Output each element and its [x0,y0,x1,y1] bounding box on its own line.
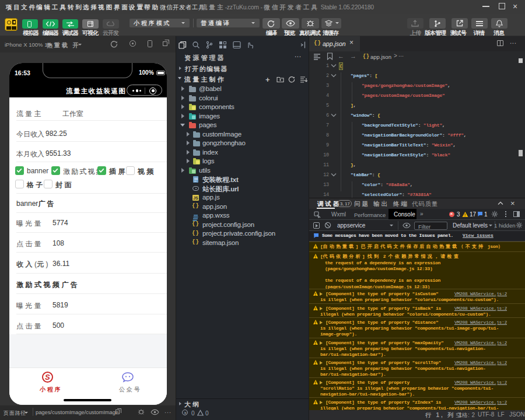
svg-text:!: ! [464,213,466,217]
